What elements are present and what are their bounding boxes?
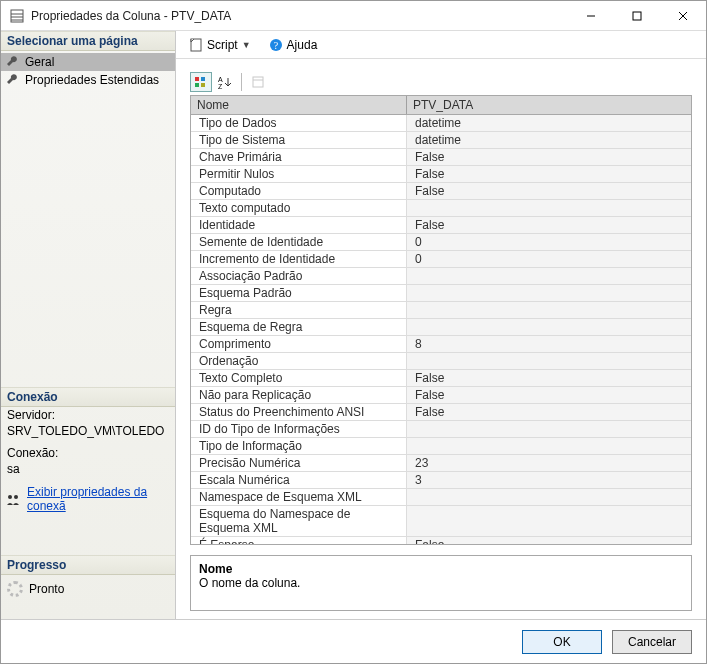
property-name: Namespace de Esquema XML	[191, 489, 407, 505]
select-page-header: Selecionar uma página	[1, 31, 175, 51]
svg-rect-16	[201, 83, 205, 87]
property-value[interactable]	[407, 285, 691, 301]
property-row[interactable]: Texto computado	[191, 200, 691, 217]
progress-status: Pronto	[29, 582, 64, 596]
categorized-view-button[interactable]	[190, 72, 212, 92]
property-row[interactable]: Permitir NulosFalse	[191, 166, 691, 183]
script-label: Script	[207, 38, 238, 52]
property-name: Texto computado	[191, 200, 407, 216]
property-row[interactable]: Ordenação	[191, 353, 691, 370]
sidebar-item-extended-props[interactable]: Propriedades Estendidas	[1, 71, 175, 89]
property-value[interactable]: 8	[407, 336, 691, 352]
titlebar[interactable]: Propriedades da Coluna - PTV_DATA	[1, 1, 706, 31]
property-row[interactable]: Chave PrimáriaFalse	[191, 149, 691, 166]
property-row[interactable]: ID do Tipo de Informações	[191, 421, 691, 438]
property-row[interactable]: Namespace de Esquema XML	[191, 489, 691, 506]
property-name: Não para Replicação	[191, 387, 407, 403]
property-value[interactable]: 0	[407, 251, 691, 267]
property-value[interactable]: False	[407, 183, 691, 199]
property-name: ID do Tipo de Informações	[191, 421, 407, 437]
content-area: AZ Nome PTV_DATA Tipo de DadosdatetimeTi…	[176, 59, 706, 619]
property-row[interactable]: Texto CompletoFalse	[191, 370, 691, 387]
property-row[interactable]: Regra	[191, 302, 691, 319]
connection-header: Conexão	[1, 387, 175, 407]
property-value[interactable]	[407, 421, 691, 437]
property-value[interactable]	[407, 353, 691, 369]
svg-point-9	[14, 495, 18, 499]
view-connection-props-link[interactable]: Exibir propriedades da conexã	[27, 485, 169, 513]
property-row[interactable]: IdentidadeFalse	[191, 217, 691, 234]
propgrid-toolbar: AZ	[190, 71, 692, 93]
property-value[interactable]	[407, 302, 691, 318]
connection-props-icon	[7, 493, 21, 505]
wrench-icon	[7, 74, 19, 86]
property-name: Tipo de Dados	[191, 115, 407, 131]
description-title: Nome	[199, 562, 683, 576]
close-button[interactable]	[660, 1, 706, 30]
sidebar-item-label: Propriedades Estendidas	[25, 73, 159, 87]
svg-text:A: A	[218, 76, 223, 83]
property-value[interactable]: False	[407, 404, 691, 420]
alphabetical-view-button[interactable]: AZ	[214, 72, 236, 92]
property-value[interactable]: 3	[407, 472, 691, 488]
main-panel: Script ▼ ? Ajuda AZ Nome	[176, 31, 706, 619]
property-value[interactable]: False	[407, 387, 691, 403]
minimize-button[interactable]	[568, 1, 614, 30]
property-row[interactable]: Incremento de Identidade0	[191, 251, 691, 268]
description-text: O nome da coluna.	[199, 576, 683, 590]
property-name: Incremento de Identidade	[191, 251, 407, 267]
property-row[interactable]: Tipo de Informação	[191, 438, 691, 455]
property-value[interactable]	[407, 268, 691, 284]
property-value[interactable]: datetime	[407, 115, 691, 131]
property-value[interactable]	[407, 506, 691, 536]
property-value[interactable]: datetime	[407, 132, 691, 148]
property-row[interactable]: Esquema Padrão	[191, 285, 691, 302]
property-row[interactable]: Precisão Numérica23	[191, 455, 691, 472]
property-row[interactable]: Esquema do Namespace de Esquema XML	[191, 506, 691, 537]
property-grid-header: Nome PTV_DATA	[191, 96, 691, 115]
property-value[interactable]: False	[407, 166, 691, 182]
property-value[interactable]	[407, 200, 691, 216]
property-value[interactable]: False	[407, 537, 691, 545]
property-value[interactable]	[407, 438, 691, 454]
sidebar-item-label: Geral	[25, 55, 54, 69]
property-row[interactable]: Tipo de Dadosdatetime	[191, 115, 691, 132]
property-value[interactable]: False	[407, 149, 691, 165]
property-name: Esquema Padrão	[191, 285, 407, 301]
property-grid[interactable]: Nome PTV_DATA Tipo de DadosdatetimeTipo …	[190, 95, 692, 545]
property-name: Escala Numérica	[191, 472, 407, 488]
property-value[interactable]: 23	[407, 455, 691, 471]
property-row[interactable]: Status do Preenchimento ANSIFalse	[191, 404, 691, 421]
property-row[interactable]: Não para ReplicaçãoFalse	[191, 387, 691, 404]
property-row[interactable]: Esquema de Regra	[191, 319, 691, 336]
maximize-button[interactable]	[614, 1, 660, 30]
property-row[interactable]: Escala Numérica3	[191, 472, 691, 489]
property-row[interactable]: ComputadoFalse	[191, 183, 691, 200]
cancel-button[interactable]: Cancelar	[612, 630, 692, 654]
property-row[interactable]: Comprimento8	[191, 336, 691, 353]
dialog-body: Selecionar uma página Geral Propriedades…	[1, 31, 706, 619]
property-value[interactable]: 0	[407, 234, 691, 250]
property-value[interactable]	[407, 319, 691, 335]
property-row[interactable]: Tipo de Sistemadatetime	[191, 132, 691, 149]
property-name: É Esparso	[191, 537, 407, 545]
property-name: Chave Primária	[191, 149, 407, 165]
property-name: Ordenação	[191, 353, 407, 369]
sidebar-item-general[interactable]: Geral	[1, 53, 175, 71]
ok-button[interactable]: OK	[522, 630, 602, 654]
property-value[interactable]	[407, 489, 691, 505]
help-button[interactable]: ? Ajuda	[262, 35, 325, 55]
window-title: Propriedades da Coluna - PTV_DATA	[31, 9, 568, 23]
property-name: Texto Completo	[191, 370, 407, 386]
app-icon	[9, 8, 25, 24]
property-name: Esquema de Regra	[191, 319, 407, 335]
description-panel: Nome O nome da coluna.	[190, 555, 692, 611]
property-name: Identidade	[191, 217, 407, 233]
property-value[interactable]: False	[407, 217, 691, 233]
property-value[interactable]: False	[407, 370, 691, 386]
svg-rect-19	[253, 77, 263, 87]
property-row[interactable]: É EsparsoFalse	[191, 537, 691, 545]
property-row[interactable]: Semente de Identidade0	[191, 234, 691, 251]
property-row[interactable]: Associação Padrão	[191, 268, 691, 285]
script-button[interactable]: Script ▼	[182, 35, 258, 55]
